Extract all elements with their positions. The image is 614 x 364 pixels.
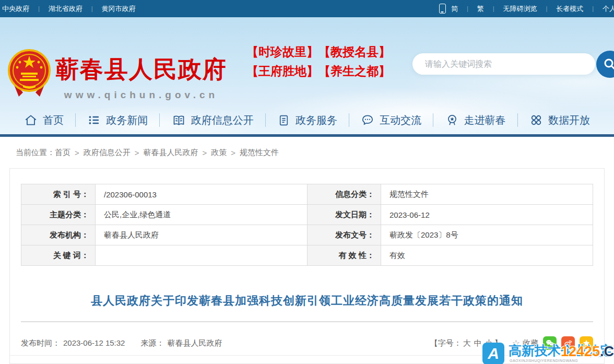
document-card: 索 引 号： /202306-00013 信息分类： 规范性文件 主题分类： 公… [9,168,605,364]
nav-label: 数据开放 [548,113,590,127]
nav-item-info-disclosure[interactable]: 政府信息公开 [172,113,254,127]
publish-info: 发布时间：2023-06-12 15:32 来源：蕲春县人民政府 [21,338,226,348]
meta-label-index-no: 索 引 号： [21,184,96,205]
site-search [412,51,614,77]
page-title: 县人民政府关于印发蕲春县加强科技创新引领工业经济高质量发展若干政策的通知 [10,293,604,309]
search-input[interactable] [412,53,595,75]
separator: ｜ [544,5,549,13]
nav-item-home[interactable]: 首页 [24,113,64,127]
meta-value-index-no: /202306-00013 [96,184,308,205]
nav-label: 互动交流 [380,113,421,127]
separator: ｜ [89,5,95,13]
link-huanggang-gov[interactable]: 黄冈市政府 [102,4,136,14]
link-accessibility[interactable]: 无障碍浏览 [503,4,537,14]
separator: ｜ [590,5,596,13]
home-icon [24,113,38,127]
document-meta-table: 索 引 号： /202306-00013 信息分类： 规范性文件 主题分类： 公… [21,184,593,266]
utility-links: 简 ｜ 繁 ｜ 无障碍浏览 ｜ 长者模式 ｜ 个人中心 [439,4,614,14]
link-personal-center[interactable]: 个人中心 [603,4,614,14]
link-simplified[interactable]: 简 [451,4,458,14]
link-central-gov[interactable]: 中央政府 [2,4,29,14]
breadcrumb-policy[interactable]: 政策 [211,148,227,158]
breadcrumb-gov[interactable]: 蕲春县人民政府 [144,148,198,158]
watermark-caption: GAOXINJISHUQIYERENDINGWANG [510,359,578,362]
nav-item-services[interactable]: 政务服务 [277,113,337,127]
meta-value-validity: 有效 [381,245,593,266]
meta-label-topic-category: 主题分类： [21,205,96,225]
meta-label-keywords: 关 键 词： [21,245,96,266]
slogan-line-1: 【时珍故里】【教授名县】 [246,42,391,62]
nav-divider [75,113,76,127]
nav-label: 政务服务 [296,113,337,127]
nav-label: 首页 [43,113,64,127]
meta-label-info-category: 信息分类： [308,184,381,205]
site-url: www.qichun.gov.cn [55,89,227,101]
site-watermark: A 高新技术企业认定网 12425.CN GAOXINJISHUQIYEREND… [482,339,614,364]
nav-divider [517,113,518,127]
link-hubei-gov[interactable]: 湖北省政府 [49,4,82,14]
meta-label-issuing-agency: 发布机构： [21,225,96,245]
title-divider [21,321,593,322]
nav-item-interaction[interactable]: 互动交流 [361,113,421,127]
meta-label-doc-number: 发布文号： [308,225,381,245]
breadcrumb-separator: > [203,148,207,157]
grid-circles-icon [529,113,543,127]
site-header: 蕲春县人民政府 www.qichun.gov.cn 【时珍故里】【教授名县】 【… [0,17,614,137]
mobile-icon[interactable] [439,4,446,14]
page: 中央政府 ｜ 湖北省政府 ｜ 黄冈市政府 简 ｜ 繁 ｜ 无障碍浏览 ｜ 长者模… [0,0,614,364]
badge-star-icon [445,113,459,127]
nav-label: 政务新闻 [106,113,148,127]
national-emblem-logo [7,49,51,100]
nav-divider [433,113,433,127]
chat-bubble-icon [361,113,374,127]
source: 蕲春县人民政府 [168,338,222,347]
site-name: 蕲春县人民政府 [55,54,227,85]
meta-label-issue-date: 发文日期： [308,205,381,225]
breadcrumb-separator: > [135,148,139,157]
table-row: 关 键 词： 有 效 性： 有效 [21,245,593,266]
document-icon [277,114,290,127]
top-utility-bar: 中央政府 ｜ 湖北省政府 ｜ 黄冈市政府 简 ｜ 繁 ｜ 无障碍浏览 ｜ 长者模… [0,0,614,17]
watermark-cn-suffix: .CN [600,344,614,359]
main-nav: 首页 政务新闻 政府信息公开 [0,106,614,134]
watermark-logo-icon: A [482,343,504,364]
table-row: 索 引 号： /202306-00013 信息分类： 规范性文件 [21,184,593,205]
list-icon [87,113,101,127]
meta-value-issue-date: 2023-06-12 [381,205,593,225]
nav-divider [159,113,160,127]
breadcrumb-normative-docs[interactable]: 规范性文件 [240,148,279,158]
nav-divider [265,113,266,127]
font-size-prefix: 【字号： [430,338,462,347]
table-row: 主题分类： 公民,企业,绿色通道 发文日期： 2023-06-12 [21,205,593,225]
nav-item-open-data[interactable]: 数据开放 [529,113,590,127]
breadcrumb: 当前位置： 首页 > 政府信息公开 > 蕲春县人民政府 > 政策 > 规范性文件 [0,137,614,168]
link-elder-mode[interactable]: 长者模式 [556,4,583,14]
city-slogans: 【时珍故里】【教授名县】 【王府胜地】【养生之都】 [246,42,391,81]
breadcrumb-separator: > [231,148,235,157]
meta-value-info-category: 规范性文件 [381,184,593,205]
meta-value-topic-category: 公民,企业,绿色通道 [96,205,308,225]
nav-label: 走进蕲春 [464,113,506,127]
search-button[interactable] [596,51,614,78]
watermark-number: 12425.CN [561,344,614,360]
font-size-large-button[interactable]: 大 [463,338,471,347]
slogan-line-2: 【王府胜地】【养生之都】 [246,62,391,81]
breadcrumb-home[interactable]: 首页 [55,148,70,158]
publish-time-label: 发布时间： [21,338,60,347]
nav-label: 政府信息公开 [191,113,254,127]
font-size-medium-button[interactable]: 中 [474,338,482,347]
meta-label-validity: 有 效 性： [308,245,381,266]
link-traditional[interactable]: 繁 [477,4,484,14]
table-row: 发布机构： 蕲春县人民政府 发布文号： 蕲政发〔2023〕8号 [21,225,593,245]
nav-item-news[interactable]: 政务新闻 [87,113,148,127]
separator: ｜ [491,5,497,13]
nav-item-about-qichun[interactable]: 走进蕲春 [445,113,506,127]
nav-divider [349,113,349,127]
search-icon [603,57,614,71]
source-label: 来源： [141,338,164,347]
breadcrumb-separator: > [75,148,79,157]
breadcrumb-info-disclosure[interactable]: 政府信息公开 [84,148,131,158]
breadcrumb-prefix: 当前位置： [16,148,55,158]
site-identity: 蕲春县人民政府 www.qichun.gov.cn [55,54,227,101]
separator: ｜ [465,5,470,13]
